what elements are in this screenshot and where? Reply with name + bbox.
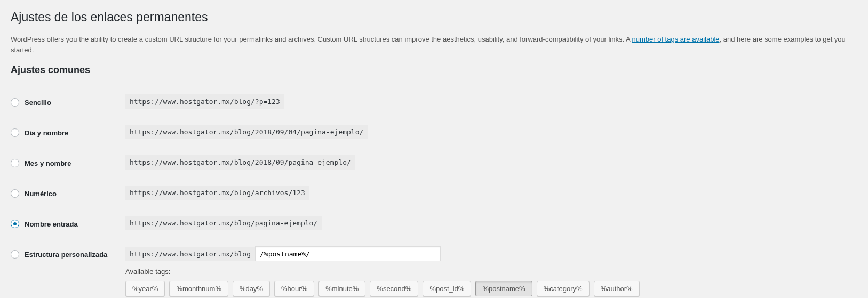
tag-button[interactable]: %year% [125,281,165,296]
option-numeric-label: Numérico [25,190,57,198]
tag-button[interactable]: %minute% [318,281,365,296]
option-postname-label: Nombre entrada [25,220,78,228]
sample-numeric: https://www.hostgator.mx/blog/archivos/1… [125,186,309,200]
option-plain-label: Sencillo [25,99,51,107]
radio-plain[interactable] [11,98,19,107]
option-custom-label: Estructura personalizada [25,251,107,259]
radio-monthname[interactable] [11,159,19,167]
tag-button[interactable]: %hour% [274,281,314,296]
custom-prefix: https://www.hostgator.mx/blog [125,247,255,261]
radio-numeric[interactable] [11,189,19,198]
option-monthname[interactable]: Mes y nombre [11,159,125,167]
available-tags-container: %year%%monthnum%%day%%hour%%minute%%seco… [125,281,857,296]
tag-button[interactable]: %postname% [475,281,532,296]
tag-button[interactable]: %second% [370,281,418,296]
tag-button[interactable]: %monthnum% [169,281,228,296]
option-numeric[interactable]: Numérico [11,189,125,198]
tag-button[interactable]: %post_id% [423,281,471,296]
tag-button[interactable]: %category% [537,281,590,296]
intro-paragraph: WordPress offers you the ability to crea… [11,34,857,55]
custom-structure-input[interactable] [255,246,441,261]
radio-dayname[interactable] [11,128,19,137]
sample-monthname: https://www.hostgator.mx/blog/2018/09/pa… [125,155,355,170]
intro-text-before: WordPress offers you the ability to crea… [11,35,632,43]
option-custom[interactable]: Estructura personalizada [11,250,125,259]
permalink-options-table: Sencillo https://www.hostgator.mx/blog/?… [11,86,857,298]
sample-plain: https://www.hostgator.mx/blog/?p=123 [125,94,284,109]
option-monthname-label: Mes y nombre [25,159,71,167]
sample-postname: https://www.hostgator.mx/blog/pagina-eje… [125,216,322,230]
available-tags-label: Available tags: [125,268,857,276]
radio-postname[interactable] [11,220,19,228]
section-heading: Ajustes comunes [11,65,857,76]
tag-button[interactable]: %author% [594,281,640,296]
option-dayname-label: Día y nombre [25,129,68,137]
sample-dayname: https://www.hostgator.mx/blog/2018/09/04… [125,125,368,139]
page-title: Ajustes de los enlaces permanentes [11,5,857,27]
tag-button[interactable]: %day% [233,281,270,296]
option-postname[interactable]: Nombre entrada [11,220,125,228]
tags-available-link[interactable]: number of tags are available [632,35,719,43]
option-plain[interactable]: Sencillo [11,98,125,107]
option-dayname[interactable]: Día y nombre [11,128,125,137]
radio-custom[interactable] [11,250,19,259]
